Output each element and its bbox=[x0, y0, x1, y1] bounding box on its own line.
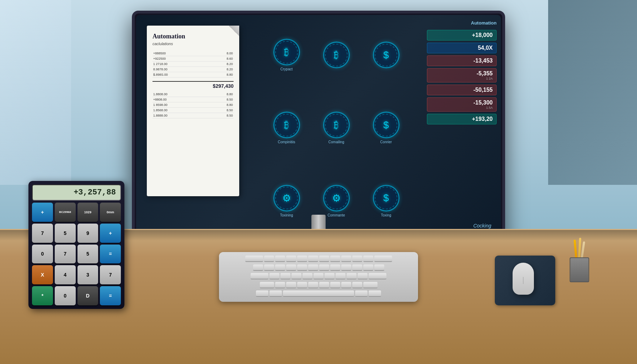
gear-circle: ₿ bbox=[323, 112, 350, 138]
key[interactable] bbox=[330, 264, 340, 271]
key[interactable] bbox=[319, 256, 329, 262]
key[interactable] bbox=[358, 273, 368, 279]
key[interactable] bbox=[275, 282, 285, 288]
table-cell: 1.8808.00 bbox=[152, 92, 207, 97]
stat-value: 54,0X bbox=[478, 45, 493, 51]
calc-btn-plus-sign[interactable]: + bbox=[32, 203, 53, 222]
key[interactable] bbox=[275, 256, 285, 262]
workflow-node-3: $ bbox=[365, 22, 407, 88]
key[interactable] bbox=[330, 282, 340, 288]
workflow-node-crypact: ₿ Crypact bbox=[265, 22, 308, 88]
key-row-1 bbox=[223, 256, 414, 263]
table-row: +888500 8.00 bbox=[152, 51, 234, 56]
key[interactable] bbox=[253, 264, 263, 271]
key[interactable] bbox=[297, 256, 307, 262]
calc-btn-d[interactable]: D bbox=[77, 286, 98, 305]
stat-item-2: 54,0X bbox=[427, 43, 497, 53]
table-cell: 8.80 bbox=[207, 72, 234, 77]
calc-btn-7b[interactable]: 7 bbox=[55, 245, 76, 264]
key[interactable] bbox=[374, 256, 392, 262]
key[interactable] bbox=[347, 273, 357, 279]
key[interactable] bbox=[374, 264, 384, 271]
document-paper: Automation caclulations +888500 8.00 +92… bbox=[147, 26, 239, 196]
node-label-commante: Commante bbox=[328, 213, 345, 217]
key[interactable] bbox=[363, 282, 378, 288]
gear-circle: ₿ bbox=[273, 39, 300, 65]
calc-btn-5[interactable]: 5 bbox=[55, 224, 76, 243]
key[interactable] bbox=[245, 256, 263, 262]
calc-btn-5b[interactable]: 5 bbox=[77, 245, 98, 264]
key[interactable] bbox=[341, 282, 351, 288]
cocking-label: Cocking bbox=[422, 223, 491, 229]
key[interactable] bbox=[363, 256, 373, 262]
calc-btn-7[interactable]: 7 bbox=[32, 224, 53, 243]
key[interactable] bbox=[291, 273, 301, 279]
screen-stats-panel: Automation +18,000 54,0X -13,453 -5,355 … bbox=[423, 15, 501, 241]
key[interactable] bbox=[363, 264, 373, 271]
key[interactable] bbox=[314, 273, 323, 279]
key[interactable] bbox=[352, 256, 362, 262]
calc-btn-3[interactable]: 3 bbox=[77, 265, 98, 284]
gear-circle: $ bbox=[373, 185, 400, 212]
calc-btn-0b[interactable]: 0 bbox=[55, 286, 76, 305]
calc-btn-asterisk[interactable]: * bbox=[32, 286, 53, 305]
spacebar-key[interactable] bbox=[283, 290, 354, 297]
key[interactable] bbox=[352, 264, 362, 271]
key[interactable] bbox=[369, 273, 386, 279]
table-cell: 8.50 bbox=[207, 113, 234, 118]
key[interactable] bbox=[269, 290, 282, 297]
key[interactable] bbox=[260, 282, 274, 288]
key[interactable] bbox=[303, 273, 312, 279]
key[interactable] bbox=[269, 273, 279, 279]
key[interactable] bbox=[264, 264, 274, 271]
key[interactable] bbox=[352, 282, 362, 288]
screen-document-panel: Automation caclulations +888500 8.00 +92… bbox=[136, 15, 250, 241]
key[interactable] bbox=[275, 264, 285, 271]
key[interactable] bbox=[308, 282, 318, 288]
key[interactable] bbox=[286, 264, 296, 271]
table-cell: 8.00 bbox=[207, 51, 234, 56]
key[interactable] bbox=[355, 290, 368, 297]
key[interactable] bbox=[297, 264, 307, 271]
key[interactable] bbox=[341, 264, 351, 271]
key[interactable] bbox=[308, 264, 318, 271]
stat-value: -50,155 bbox=[473, 87, 493, 93]
key[interactable] bbox=[336, 273, 346, 279]
key[interactable] bbox=[330, 256, 340, 262]
key[interactable] bbox=[369, 290, 381, 297]
key[interactable] bbox=[341, 256, 351, 262]
stat-value: -15,300 bbox=[473, 100, 493, 106]
key[interactable] bbox=[286, 282, 296, 288]
table-row: +922500 8.60 bbox=[152, 56, 234, 61]
dollar-icon: $ bbox=[383, 192, 389, 204]
gear-circle: $ bbox=[373, 42, 400, 68]
key[interactable] bbox=[280, 273, 290, 279]
document-title: Automation bbox=[152, 33, 234, 40]
calc-btn-7c[interactable]: 7 bbox=[100, 265, 121, 284]
key[interactable] bbox=[325, 273, 334, 279]
wall-panel-left bbox=[0, 0, 71, 185]
key[interactable] bbox=[286, 256, 296, 262]
calc-btn-equals[interactable]: = bbox=[100, 245, 121, 264]
stat-value: +193,20 bbox=[472, 116, 493, 122]
key[interactable] bbox=[251, 273, 268, 279]
calc-btn-x[interactable]: X bbox=[32, 265, 53, 284]
calc-btn-0[interactable]: 0 bbox=[32, 245, 53, 264]
key[interactable] bbox=[264, 256, 274, 262]
calc-btn-0mm[interactable]: 0mm bbox=[100, 203, 121, 222]
calc-btn-9[interactable]: 9 bbox=[77, 224, 98, 243]
node-label-crypact: Crypact bbox=[280, 67, 293, 71]
key[interactable] bbox=[319, 264, 329, 271]
table-cell: 8.80 bbox=[207, 92, 234, 97]
calc-btn-1029[interactable]: 1029 bbox=[77, 203, 98, 222]
key[interactable] bbox=[256, 290, 268, 297]
key[interactable] bbox=[319, 282, 329, 288]
bitcoin-icon: ₿ bbox=[334, 119, 339, 131]
calc-btn-4[interactable]: 4 bbox=[55, 265, 76, 284]
calc-btn-equals-b[interactable]: = bbox=[100, 286, 121, 305]
key[interactable] bbox=[308, 256, 318, 262]
key[interactable] bbox=[297, 282, 307, 288]
calc-btn-bc[interactable]: BC29968 bbox=[55, 203, 76, 222]
calc-btn-add[interactable]: + bbox=[100, 224, 121, 243]
table-row: 1.8808.00 8.80 bbox=[152, 92, 234, 97]
